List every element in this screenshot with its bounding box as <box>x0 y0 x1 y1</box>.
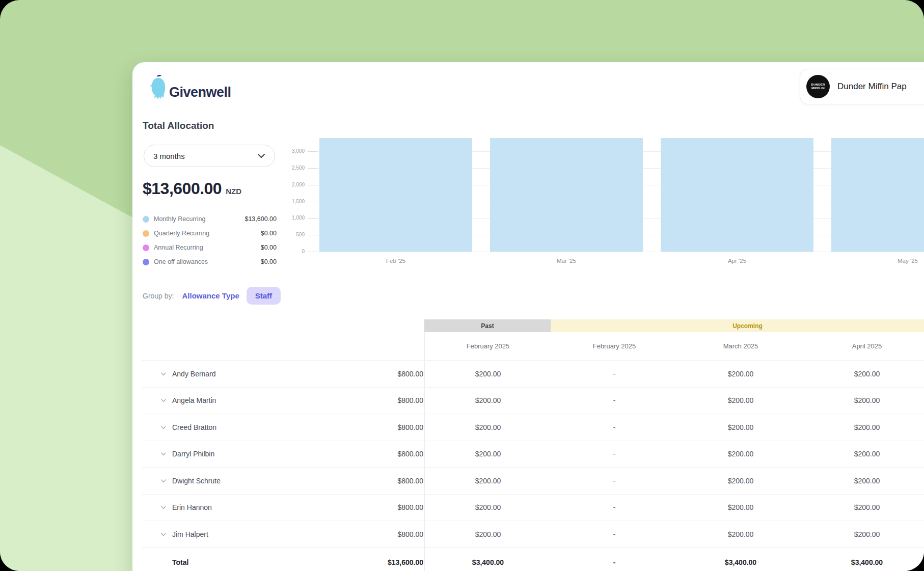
y-axis-tick <box>308 252 317 252</box>
y-axis-tick-label: 2,000 <box>285 182 305 187</box>
total-amount-row: $13,600.00 NZD <box>143 179 241 198</box>
allocation-value-cell: $200.00 <box>677 388 804 414</box>
staff-name: Andy Bernard <box>172 370 216 378</box>
x-axis-tick-label: Feb '25 <box>365 258 426 264</box>
allocation-value-cell: $200.00 <box>677 521 804 548</box>
month-column-header: February 2025 <box>425 332 551 360</box>
row-expand-button[interactable] <box>160 424 167 431</box>
allocation-value-cell: - <box>551 495 677 521</box>
staff-name: Erin Hannon <box>172 503 212 511</box>
allocation-value-cell: - <box>551 468 677 494</box>
legend-value: $0.00 <box>261 258 277 265</box>
table-row: Erin Hannon $800.00 $200.00-$200.00$200.… <box>142 495 924 522</box>
legend-label: Annual Recurring <box>154 244 203 251</box>
allocation-value-cell: $200.00 <box>677 468 804 494</box>
allocation-value-cell: $200.00 <box>425 361 551 387</box>
allocation-value-cell: - <box>551 441 677 468</box>
y-axis-tick <box>308 185 317 185</box>
allocation-value-cell: $200.00 <box>677 441 804 468</box>
staff-total: $800.00 <box>397 477 423 485</box>
legend-color-dot <box>143 259 149 265</box>
staff-total: $800.00 <box>397 396 423 404</box>
upcoming-band: Upcoming <box>551 319 924 332</box>
total-value-cell: $3,400.00 <box>804 548 924 571</box>
chart-bar[interactable] <box>661 138 813 252</box>
table-row: Angela Martin $800.00 $200.00-$200.00$20… <box>142 388 924 415</box>
allocation-value-cell: $200.00 <box>804 441 924 468</box>
allocation-value-cell: $200.00 <box>804 521 924 548</box>
y-axis-tick-label: 1,000 <box>285 215 305 221</box>
allocation-value-cell: - <box>551 521 677 548</box>
staff-total: $800.00 <box>397 503 423 511</box>
legend-item: Quarterly Recurring $0.00 <box>143 226 277 240</box>
chart-gridline <box>317 252 924 252</box>
organisation-logo: DUNDER MIFFLIN <box>806 75 830 98</box>
staff-name: Angela Martin <box>172 396 216 404</box>
group-by-option-staff[interactable]: Staff <box>247 287 281 305</box>
staff-total: $800.00 <box>397 423 423 431</box>
allocation-value-cell: $200.00 <box>677 495 804 521</box>
chevron-down-icon <box>160 397 167 404</box>
total-row-amount: $13,600.00 <box>388 558 423 566</box>
allocation-value-cell: $200.00 <box>425 468 551 494</box>
allocation-value-cell: $200.00 <box>804 495 924 521</box>
chevron-down-icon <box>257 153 265 158</box>
period-select[interactable]: 3 months <box>144 145 275 167</box>
x-axis-tick-label: Apr '25 <box>706 258 768 264</box>
group-by-option-allowance-type[interactable]: Allowance Type <box>182 291 239 300</box>
app-window: Givenwell DUNDER MIFFLIN Dunder Miffin P… <box>0 0 924 571</box>
chart-bar[interactable] <box>831 138 924 252</box>
row-expand-button[interactable] <box>160 531 167 538</box>
table-rows: Andy Bernard $800.00 $200.00-$200.00$200… <box>142 361 924 548</box>
chevron-down-icon <box>160 450 167 457</box>
allocation-value-cell: $200.00 <box>677 414 804 441</box>
table-row: Jim Halpert $800.00 $200.00-$200.00$200.… <box>142 521 924 548</box>
table-row: Darryl Philbin $800.00 $200.00-$200.00$2… <box>142 441 924 468</box>
total-value-cell: $3,400.00 <box>677 548 804 571</box>
allocation-value-cell: $200.00 <box>804 361 924 387</box>
table-row: Andy Bernard $800.00 $200.00-$200.00$200… <box>142 361 924 388</box>
legend-color-dot <box>143 244 149 251</box>
allocation-value-cell: $200.00 <box>425 388 551 414</box>
y-axis-tick-label: 2,500 <box>285 165 305 171</box>
staff-name: Dwight Schrute <box>172 477 221 485</box>
allocation-value-cell: $200.00 <box>425 441 551 468</box>
total-amount: $13,600.00 <box>143 179 222 198</box>
legend-item: Annual Recurring $0.00 <box>143 240 277 255</box>
allocation-bar-chart: 05001,0001,5002,0002,5003,000Feb '25Mar … <box>285 133 924 271</box>
legend-label: Monthly Recurring <box>154 215 205 223</box>
x-axis-tick-label: Mar '25 <box>536 258 597 264</box>
allocation-value-cell: $200.00 <box>425 495 551 521</box>
staff-total: $800.00 <box>397 370 423 378</box>
row-expand-button[interactable] <box>160 504 167 511</box>
group-by-toolbar: Group by: Allowance Type Staff <box>143 287 281 305</box>
y-axis-tick <box>308 202 317 202</box>
brand-logo: Givenwell <box>149 73 231 102</box>
row-expand-button[interactable] <box>160 397 167 404</box>
row-expand-button[interactable] <box>160 370 167 377</box>
page-title: Total Allocation <box>143 120 214 131</box>
past-band: Past <box>424 319 551 332</box>
chart-bar[interactable] <box>319 138 472 252</box>
allocation-value-cell: $200.00 <box>804 468 924 494</box>
row-expand-button[interactable] <box>160 477 167 484</box>
x-axis-tick-label: May '25 <box>877 258 924 264</box>
month-column-header: March 2025 <box>677 332 804 360</box>
table-total-row: Total $13,600.00 $3,400.00-$3,400.00$3,4… <box>142 548 924 571</box>
row-expand-button[interactable] <box>160 450 167 457</box>
legend-label: One off allowances <box>154 258 208 265</box>
chart-bar[interactable] <box>490 138 643 252</box>
legend-item: Monthly Recurring $13,600.00 <box>143 212 277 226</box>
legend-label: Quarterly Recurring <box>154 230 209 237</box>
y-axis-tick <box>308 218 317 219</box>
chevron-down-icon <box>160 370 167 377</box>
allocation-value-cell: - <box>551 414 677 441</box>
organisation-switcher-button[interactable]: DUNDER MIFFLIN Dunder Miffin Pap <box>800 69 924 104</box>
table-row: Creed Bratton $800.00 $200.00-$200.00$20… <box>142 414 924 441</box>
total-value-cell: $3,400.00 <box>425 548 551 571</box>
y-axis-tick <box>308 151 317 152</box>
main-card: Givenwell DUNDER MIFFLIN Dunder Miffin P… <box>132 62 924 571</box>
allocation-value-cell: - <box>551 388 677 414</box>
allocation-value-cell: $200.00 <box>425 414 551 441</box>
chevron-down-icon <box>160 504 167 511</box>
